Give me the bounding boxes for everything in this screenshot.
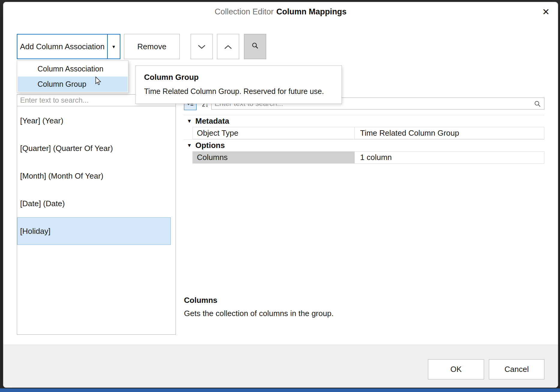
property-row-columns[interactable]: Columns 1 column bbox=[192, 151, 544, 164]
column-mapping-list: [Year] (Year) [Quarter] (Quarter Of Year… bbox=[17, 106, 176, 335]
property-name-cell[interactable]: Object Type bbox=[193, 127, 355, 139]
search-icon bbox=[251, 42, 259, 51]
close-button[interactable]: ✕ bbox=[539, 5, 553, 19]
cancel-button-label: Cancel bbox=[504, 365, 529, 374]
column-group-tooltip: Column Group Time Related Column Group. … bbox=[135, 65, 342, 104]
list-item-month[interactable]: [Month] (Month Of Year) bbox=[17, 162, 176, 190]
title-bar: Collection Editor Column Mappings bbox=[3, 2, 558, 21]
category-label: Options bbox=[195, 141, 225, 150]
add-button-label: Add Column Association bbox=[17, 42, 107, 51]
collection-editor-dialog: Collection Editor Column Mappings ✕ Add … bbox=[3, 2, 558, 388]
property-row-object-type[interactable]: Object Type Time Related Column Group bbox=[192, 127, 544, 139]
menu-item-column-association[interactable]: Column Association bbox=[18, 61, 128, 77]
move-up-button[interactable] bbox=[217, 34, 239, 59]
property-description-text: Gets the collection of columns in the gr… bbox=[184, 309, 334, 318]
list-item-label: [Month] (Month Of Year) bbox=[20, 171, 103, 181]
collapse-triangle-icon[interactable]: ▼ bbox=[183, 118, 195, 124]
list-item-date[interactable]: [Date] (Date) bbox=[17, 190, 176, 217]
list-item-year[interactable]: [Year] (Year) bbox=[17, 107, 176, 134]
property-value-cell[interactable]: Time Related Column Group bbox=[355, 127, 544, 139]
dialog-footer: OK Cancel bbox=[3, 345, 558, 387]
list-item-label: [Year] (Year) bbox=[20, 116, 63, 125]
collapse-triangle-icon[interactable]: ▼ bbox=[183, 143, 195, 149]
property-name-cell[interactable]: Columns bbox=[193, 152, 355, 163]
property-description-title: Columns bbox=[184, 296, 217, 305]
remove-button-label: Remove bbox=[137, 42, 167, 51]
chevron-down-icon bbox=[198, 42, 206, 51]
search-icon bbox=[534, 100, 541, 109]
property-value-cell[interactable]: 1 column bbox=[355, 152, 544, 163]
ok-button[interactable]: OK bbox=[428, 359, 484, 379]
tooltip-description: Time Related Column Group. Reserved for … bbox=[144, 87, 333, 96]
remove-button[interactable]: Remove bbox=[124, 34, 180, 59]
list-item-label: [Quarter] (Quarter Of Year) bbox=[20, 144, 113, 153]
category-label: Metadata bbox=[195, 116, 229, 126]
close-icon: ✕ bbox=[542, 7, 549, 17]
add-button-dropdown-menu: Column Association Column Group bbox=[17, 60, 128, 93]
list-item-quarter[interactable]: [Quarter] (Quarter Of Year) bbox=[17, 134, 176, 162]
add-column-association-button[interactable]: Add Column Association ▼ bbox=[17, 34, 120, 59]
menu-item-label: Column Group bbox=[38, 80, 86, 89]
dialog-title: Column Mappings bbox=[276, 7, 347, 17]
search-toggle-button[interactable] bbox=[244, 34, 266, 59]
mouse-cursor-icon bbox=[95, 77, 103, 87]
category-row-metadata[interactable]: ▼ Metadata bbox=[183, 115, 544, 127]
dialog-title-prefix: Collection Editor bbox=[215, 7, 274, 17]
move-down-button[interactable] bbox=[191, 34, 213, 59]
background-window-status-bar bbox=[0, 388, 560, 392]
chevron-down-icon: ▼ bbox=[112, 44, 116, 49]
cancel-button[interactable]: Cancel bbox=[489, 359, 544, 379]
list-item-label: [Holiday] bbox=[20, 227, 50, 236]
ok-button-label: OK bbox=[450, 365, 462, 374]
add-button-dropdown-arrow[interactable]: ▼ bbox=[107, 35, 120, 59]
menu-item-column-group[interactable]: Column Group bbox=[18, 77, 128, 92]
list-item-holiday[interactable]: [Holiday] bbox=[17, 217, 171, 245]
category-row-options[interactable]: ▼ Options bbox=[183, 139, 544, 151]
menu-item-label: Column Association bbox=[38, 65, 104, 73]
tooltip-title: Column Group bbox=[144, 73, 333, 82]
list-item-label: [Date] (Date) bbox=[20, 199, 65, 208]
chevron-up-icon bbox=[224, 42, 232, 51]
